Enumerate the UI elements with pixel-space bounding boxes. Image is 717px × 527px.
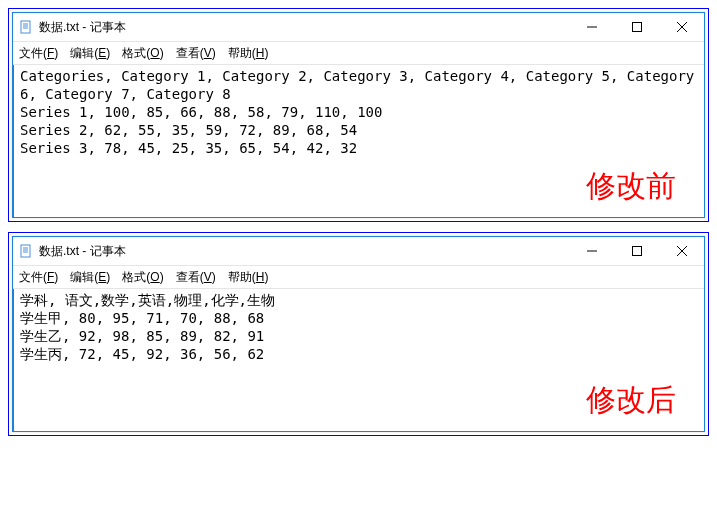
window-title: 数据.txt - 记事本: [39, 19, 569, 36]
svg-rect-0: [21, 21, 30, 33]
menu-view[interactable]: 查看(V): [176, 45, 216, 62]
minimize-button[interactable]: [569, 237, 614, 265]
text-area[interactable]: Categories, Category 1, Category 2, Cate…: [13, 65, 704, 217]
menu-help[interactable]: 帮助(H): [228, 45, 269, 62]
titlebar[interactable]: 数据.txt - 记事本: [13, 237, 704, 266]
menu-file[interactable]: 文件(F): [19, 269, 58, 286]
notepad-icon: [19, 20, 33, 34]
maximize-button[interactable]: [614, 237, 659, 265]
notepad-window-before: 数据.txt - 记事本 文件(F) 编辑(E) 格式(O) 查看(V) 帮助(…: [12, 12, 705, 218]
titlebar[interactable]: 数据.txt - 记事本: [13, 13, 704, 42]
minimize-button[interactable]: [569, 13, 614, 41]
menu-format[interactable]: 格式(O): [122, 45, 163, 62]
menubar: 文件(F) 编辑(E) 格式(O) 查看(V) 帮助(H): [13, 42, 704, 65]
frame-after: 数据.txt - 记事本 文件(F) 编辑(E) 格式(O) 查看(V) 帮助(…: [8, 232, 709, 436]
frame-before: 数据.txt - 记事本 文件(F) 编辑(E) 格式(O) 查看(V) 帮助(…: [8, 8, 709, 222]
maximize-button[interactable]: [614, 13, 659, 41]
svg-rect-13: [632, 247, 641, 256]
window-controls: [569, 237, 704, 265]
svg-rect-5: [632, 23, 641, 32]
window-title: 数据.txt - 记事本: [39, 243, 569, 260]
close-button[interactable]: [659, 13, 704, 41]
window-controls: [569, 13, 704, 41]
notepad-icon: [19, 244, 33, 258]
notepad-window-after: 数据.txt - 记事本 文件(F) 编辑(E) 格式(O) 查看(V) 帮助(…: [12, 236, 705, 432]
menu-view[interactable]: 查看(V): [176, 269, 216, 286]
menu-file[interactable]: 文件(F): [19, 45, 58, 62]
menu-edit[interactable]: 编辑(E): [70, 269, 110, 286]
svg-rect-8: [21, 245, 30, 257]
close-button[interactable]: [659, 237, 704, 265]
menubar: 文件(F) 编辑(E) 格式(O) 查看(V) 帮助(H): [13, 266, 704, 289]
menu-format[interactable]: 格式(O): [122, 269, 163, 286]
menu-edit[interactable]: 编辑(E): [70, 45, 110, 62]
text-area[interactable]: 学科, 语文,数学,英语,物理,化学,生物 学生甲, 80, 95, 71, 7…: [13, 289, 704, 431]
menu-help[interactable]: 帮助(H): [228, 269, 269, 286]
